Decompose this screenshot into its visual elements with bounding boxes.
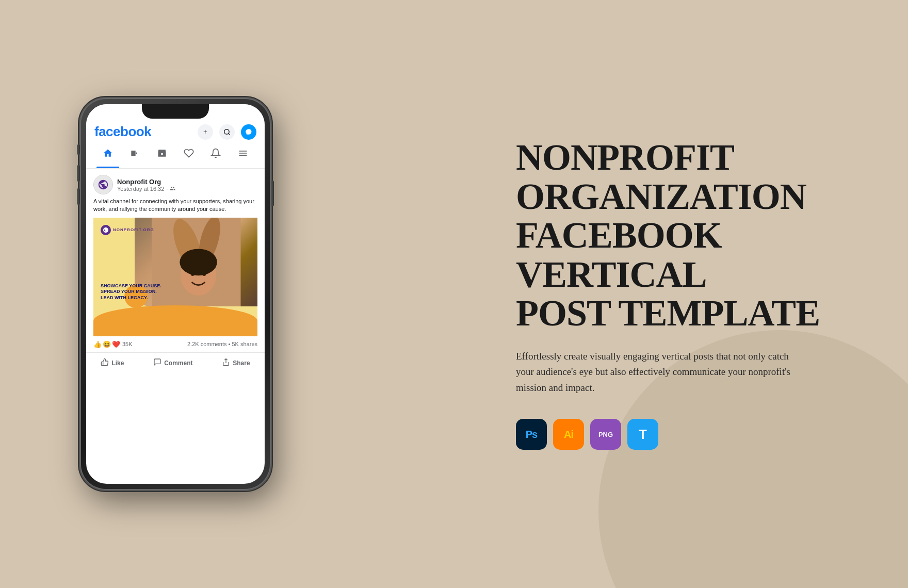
title-line3: FACEBOOK VERTICAL [516, 215, 722, 295]
phone-body: facebook + [80, 98, 271, 490]
svg-line-1 [229, 133, 230, 135]
share-button[interactable]: Share [218, 356, 254, 370]
photoshop-icon: Ps [516, 419, 547, 450]
shares-count: 5K shares [232, 341, 257, 347]
title-line2: ORGANIZATION [516, 176, 806, 217]
poster-tagline-line1: SHOWCASE YOUR CAUSE. [101, 283, 250, 289]
post-meta: Nonprofit Org Yesterday at 16:32 · [117, 178, 257, 192]
poster-logo-text: NONPROFIT.ORG [113, 227, 154, 232]
phone-mockup-section: facebook + [41, 26, 310, 562]
facebook-add-button[interactable]: + [198, 124, 213, 140]
phone-power-button [271, 181, 274, 206]
poster-tagline-line3: LEAD WITH LEGACY. [101, 295, 250, 301]
content-section: NONPROFIT ORGANIZATION FACEBOOK VERTICAL… [516, 138, 867, 450]
title-line4: POST TEMPLATE [516, 292, 820, 334]
template-label: T [639, 427, 647, 443]
like-button[interactable]: Like [96, 356, 128, 370]
illustrator-icon: Ai [553, 419, 584, 450]
post-body-text: A vital channel for connecting with your… [93, 198, 257, 214]
facebook-nav-menu[interactable] [232, 145, 254, 164]
poster-wave-decoration [93, 305, 257, 336]
post-image: NONPROFIT.ORG SHOWCASE YOUR CAUSE. SPREA… [93, 218, 257, 336]
phone-screen: facebook + [86, 104, 265, 484]
post-org-name: Nonprofit Org [117, 178, 257, 186]
post-time: Yesterday at 16:32 · [117, 186, 257, 192]
comment-label: Comment [164, 360, 192, 367]
phone-outer: facebook + [80, 98, 271, 490]
share-icon [222, 358, 230, 368]
post-header: Nonprofit Org Yesterday at 16:32 · [93, 175, 257, 194]
phone-notch [142, 104, 209, 119]
phone-silent-button [77, 144, 80, 155]
poster-tagline-line2: SPREAD YOUR MISSION. [101, 289, 250, 295]
share-label: Share [233, 360, 250, 367]
png-icon: PNG [590, 419, 621, 450]
facebook-nav-video[interactable] [123, 145, 146, 164]
post-avatar [93, 175, 113, 194]
photoshop-label: Ps [526, 429, 537, 440]
phone-volume-down-button [77, 188, 80, 205]
reactions-count: 35K [122, 341, 133, 347]
facebook-nav [94, 145, 256, 164]
facebook-header-icons: + [198, 124, 256, 140]
facebook-header-top: facebook + [94, 124, 256, 140]
facebook-nav-bell[interactable] [204, 145, 227, 164]
title-line1: NONPROFIT [516, 137, 734, 178]
template-icon: T [627, 419, 658, 450]
main-title: NONPROFIT ORGANIZATION FACEBOOK VERTICAL… [516, 138, 867, 333]
reactions-right: 2.2K comments • 5K shares [187, 341, 257, 347]
tool-icons-row: Ps Ai PNG T [516, 419, 867, 450]
comment-icon [153, 358, 161, 368]
illustrator-label: Ai [564, 429, 573, 440]
poster-tagline: SHOWCASE YOUR CAUSE. SPREAD YOUR MISSION… [101, 283, 250, 301]
svg-point-8 [180, 249, 217, 275]
png-label: PNG [598, 431, 613, 438]
comment-button[interactable]: Comment [149, 356, 197, 370]
facebook-messenger-button[interactable] [241, 124, 256, 140]
facebook-nav-home[interactable] [96, 145, 119, 164]
post-reactions-bar: 👍 😆 ❤️ 35K 2.2K comments • 5K shares [86, 336, 265, 353]
facebook-post: Nonprofit Org Yesterday at 16:32 · A vit… [86, 169, 265, 336]
like-label: Like [111, 360, 124, 367]
phone-volume-up-button [77, 165, 80, 182]
facebook-search-button[interactable] [219, 124, 235, 140]
reactions-left: 👍 😆 ❤️ 35K [93, 340, 133, 348]
svg-point-0 [224, 129, 229, 134]
like-icon [101, 358, 109, 368]
subtitle-description: Effortlessly create visually engaging ve… [516, 349, 805, 396]
facebook-nav-marketplace[interactable] [151, 145, 173, 164]
reaction-emojis: 👍 😆 ❤️ [93, 340, 120, 348]
facebook-logo: facebook [94, 124, 151, 140]
facebook-nav-heart[interactable] [177, 145, 200, 164]
poster-background: NONPROFIT.ORG SHOWCASE YOUR CAUSE. SPREA… [93, 218, 257, 336]
poster-logo-icon [101, 225, 111, 235]
poster-logo: NONPROFIT.ORG [101, 225, 154, 235]
comments-count: 2.2K comments [187, 341, 226, 347]
post-action-bar: Like Comment Share [86, 353, 265, 373]
